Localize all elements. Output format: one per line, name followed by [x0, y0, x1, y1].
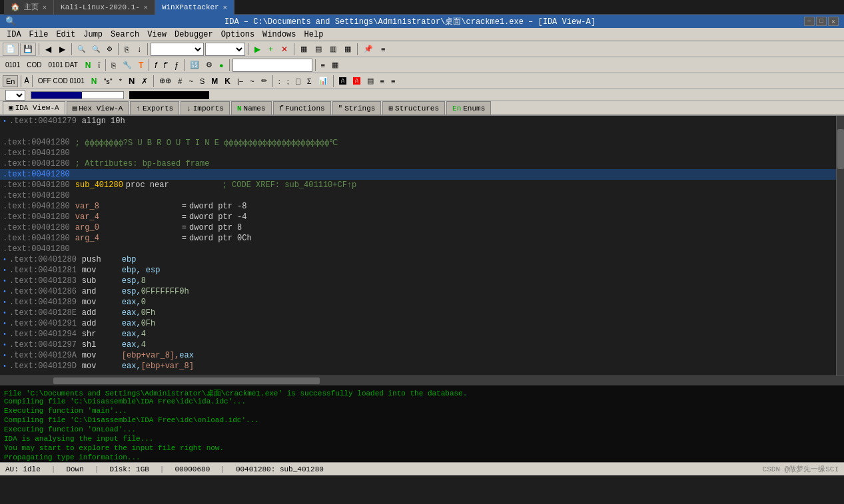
names4-button[interactable]: ▤	[364, 75, 376, 88]
browser-tab-winxp[interactable]: WinXPattacker ✕	[155, 0, 234, 15]
more2-button[interactable]: ≡	[318, 59, 328, 72]
horizontal-scrollbar[interactable]	[0, 376, 844, 385]
maximize-button[interactable]: □	[816, 17, 827, 26]
dollar-button[interactable]: S	[197, 75, 207, 88]
op1-button[interactable]: ⊕⊕	[157, 75, 174, 88]
func-button[interactable]: f	[152, 59, 159, 72]
progress-combo[interactable]	[5, 90, 25, 101]
more-last-button[interactable]: ≡	[388, 75, 398, 88]
extra-combo[interactable]	[205, 43, 245, 56]
tab-functions[interactable]: f Functions	[273, 101, 331, 115]
type-button[interactable]: ΐ	[95, 59, 102, 72]
menu-view[interactable]: View	[143, 29, 171, 41]
bar-button[interactable]: ⎕	[293, 75, 303, 88]
tab-enums[interactable]: En Enums	[446, 101, 491, 115]
en-toggle[interactable]: En	[3, 75, 18, 87]
browser-tab-home[interactable]: 🏠 主页 ✕	[4, 0, 54, 15]
copy-button[interactable]: ⎘	[109, 59, 119, 72]
menu-help[interactable]: Help	[300, 29, 328, 41]
forward-button[interactable]: ▶	[56, 43, 69, 56]
x-button[interactable]: ✗	[139, 75, 151, 88]
calc-button[interactable]: 🔢	[187, 59, 202, 72]
code-area[interactable]: • .text:00401279 align 10h .text:0040128…	[0, 116, 836, 376]
play-button[interactable]: ▶	[251, 43, 264, 56]
code-reg: esp,	[122, 287, 141, 296]
t-btn[interactable]: T	[136, 59, 146, 72]
tab-names[interactable]: N Names	[231, 101, 272, 115]
tab-strings[interactable]: " Strings	[332, 101, 382, 115]
names2-button[interactable]: 🅰	[336, 75, 349, 88]
menu-search[interactable]: Search	[107, 29, 143, 41]
more3-button[interactable]: ▦	[329, 59, 341, 72]
hex-view-button[interactable]: OFF COD 0101	[35, 75, 87, 88]
vertical-scrollbar[interactable]	[836, 116, 844, 376]
add-button[interactable]: +	[265, 43, 276, 56]
func3-button[interactable]: ƒ	[171, 59, 181, 72]
search-input[interactable]	[232, 59, 312, 72]
new-button[interactable]: 📄	[3, 43, 19, 56]
n2-button[interactable]: N	[89, 75, 100, 88]
stop-button[interactable]: ✕	[278, 43, 291, 56]
tilde-button[interactable]: ~	[186, 75, 195, 88]
names5-button[interactable]: ≡	[378, 75, 387, 88]
tab-imports[interactable]: ↓ Imports	[181, 101, 230, 115]
kali-tab-close[interactable]: ✕	[144, 3, 148, 11]
quote-button[interactable]: "s"	[101, 75, 115, 88]
names3-button[interactable]: 🅰	[350, 75, 363, 88]
view-combo[interactable]: Text	[151, 43, 204, 56]
back-button[interactable]: ◀	[42, 43, 55, 56]
chart-button[interactable]: 📊	[316, 75, 330, 88]
menu-debugger[interactable]: Debugger	[171, 29, 217, 41]
more-button[interactable]: ≡	[378, 43, 388, 56]
home-tab-close[interactable]: ✕	[43, 3, 47, 11]
n-button[interactable]: N	[82, 59, 95, 72]
hex-view-icon: ▤	[73, 104, 77, 113]
bold-n-button[interactable]: N	[126, 75, 137, 88]
pipe-button[interactable]: |−	[234, 75, 246, 88]
pin-button[interactable]: 📌	[360, 43, 376, 56]
search-button3[interactable]: ⚙	[104, 43, 115, 56]
star-button[interactable]: *	[117, 75, 125, 88]
layout3-button[interactable]: ▥	[326, 43, 340, 56]
output-area[interactable]: File 'C:\Documents and Settings\Administ…	[0, 385, 844, 462]
green-button[interactable]: ●	[216, 59, 226, 72]
down-button[interactable]: ↓	[134, 43, 145, 56]
minimize-button[interactable]: ─	[804, 17, 815, 26]
gear-button[interactable]: ⚙	[203, 59, 215, 72]
menu-file[interactable]: File	[25, 29, 53, 41]
winxp-tab-close[interactable]: ✕	[223, 3, 227, 11]
sigma-button[interactable]: Σ	[304, 75, 314, 88]
h-scrollbar-thumb[interactable]	[53, 378, 320, 384]
scrollbar-thumb[interactable]	[837, 129, 844, 169]
semi-button[interactable]: ;	[284, 75, 292, 88]
tab-structures[interactable]: ⊞ Structures	[382, 101, 445, 115]
dot-button[interactable]: :	[276, 75, 283, 88]
k-button[interactable]: K	[222, 75, 233, 88]
search-button2[interactable]: 🔍	[89, 43, 103, 56]
save-button[interactable]: 💾	[20, 43, 36, 56]
tab-ida-view-a[interactable]: ▣ IDA View-A	[3, 101, 65, 115]
hex3-button[interactable]: 0101 DAT	[45, 59, 80, 72]
hex2-button[interactable]: COD	[24, 59, 44, 72]
asm-button[interactable]: ⎘	[121, 43, 133, 56]
tab-hex-view[interactable]: ▤ Hex View-A	[67, 101, 129, 115]
patch-button[interactable]: 🔧	[120, 59, 135, 72]
pencil-button[interactable]: ✏	[258, 75, 270, 88]
hash-button[interactable]: #	[175, 75, 185, 88]
layout2-button[interactable]: ▤	[312, 43, 325, 56]
menu-edit[interactable]: Edit	[52, 29, 79, 41]
layout1-button[interactable]: ▦	[297, 43, 310, 56]
hex-button[interactable]: 0101	[3, 59, 23, 72]
menu-options[interactable]: Options	[217, 29, 258, 41]
search-names-button[interactable]: 🔍	[75, 43, 88, 56]
menu-jump[interactable]: Jump	[79, 29, 107, 41]
close-button[interactable]: ✕	[828, 17, 839, 26]
menu-ida[interactable]: IDA	[3, 29, 25, 41]
menu-windows[interactable]: Windows	[258, 29, 300, 41]
m-button[interactable]: M	[209, 75, 220, 88]
func2-button[interactable]: f'	[161, 59, 171, 72]
tab-exports[interactable]: ↑ Exports	[130, 101, 179, 115]
tilde2-button[interactable]: ~	[247, 75, 256, 88]
layout4-button[interactable]: ▦	[341, 43, 354, 56]
browser-tab-kali[interactable]: Kali-Linux-2020.1- ✕	[54, 0, 155, 15]
